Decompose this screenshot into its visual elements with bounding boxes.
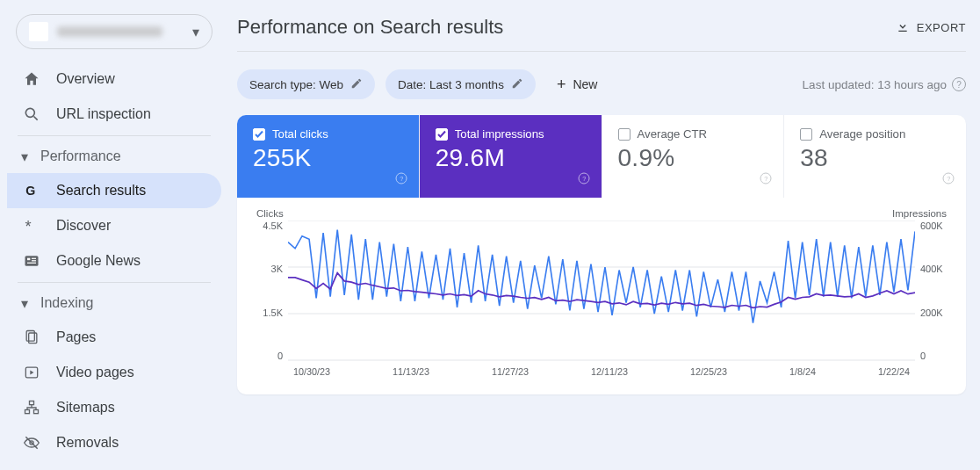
pencil-icon (350, 77, 363, 92)
section-performance[interactable]: ▾ Performance (7, 140, 221, 173)
svg-text:?: ? (765, 175, 768, 183)
y-axis-left: 4.5K 3K 1.5K 0 (253, 221, 288, 377)
add-filter-button[interactable]: + New (546, 69, 609, 99)
info-icon[interactable]: ? (759, 171, 773, 189)
metric-clicks-value: 255K (253, 144, 403, 172)
filter-date-label: Date: Last 3 months (398, 78, 504, 91)
chevron-down-icon: ▾ (16, 295, 33, 312)
svg-rect-9 (26, 331, 34, 342)
svg-rect-14 (34, 410, 39, 414)
export-button[interactable]: EXPORT (896, 19, 966, 36)
info-icon[interactable]: ? (394, 171, 408, 189)
add-filter-label: New (573, 77, 597, 91)
magnifier-icon (23, 105, 40, 123)
metric-card-ctr[interactable]: Average CTR 0.9% ? (602, 115, 785, 198)
info-icon[interactable]: ? (941, 171, 955, 189)
download-icon (896, 19, 910, 36)
asterisk-icon: * (23, 217, 40, 235)
section-performance-label: Performance (40, 148, 121, 164)
nav-sitemaps-label: Sitemaps (56, 400, 115, 416)
plus-icon: + (557, 76, 566, 94)
chart-right-axis-title: Impressions (892, 208, 947, 219)
ytick: 0 (253, 351, 283, 361)
property-favicon (29, 22, 48, 41)
chart-left-axis-title: Clicks (256, 208, 284, 219)
svg-rect-5 (27, 258, 30, 261)
video-icon (23, 364, 40, 381)
svg-rect-8 (27, 263, 36, 264)
svg-text:G: G (25, 184, 35, 198)
xtick: 1/8/24 (789, 366, 816, 377)
ytick: 200K (920, 307, 950, 318)
nav-discover[interactable]: * Discover (7, 208, 221, 243)
svg-point-0 (25, 108, 34, 117)
xtick: 12/11/23 (591, 366, 628, 377)
section-indexing[interactable]: ▾ Indexing (7, 286, 221, 320)
nav-sitemaps[interactable]: Sitemaps (7, 390, 221, 425)
nav-removals-label: Removals (56, 435, 119, 451)
news-icon (23, 252, 40, 270)
ytick: 4.5K (253, 221, 283, 231)
nav-google-news[interactable]: Google News (7, 243, 221, 278)
ytick: 0 (920, 351, 950, 361)
nav-url-inspection[interactable]: URL inspection (7, 97, 221, 132)
chevron-down-icon: ▾ (192, 24, 199, 40)
last-updated-text: Last updated: 13 hours ago (803, 78, 947, 91)
xtick: 11/27/23 (492, 366, 529, 377)
xtick: 10/30/23 (293, 366, 330, 377)
checkbox-checked-icon (253, 128, 265, 141)
svg-text:?: ? (582, 175, 586, 183)
sitemap-icon (23, 399, 40, 416)
svg-rect-10 (29, 333, 37, 343)
pencil-icon (511, 77, 523, 92)
property-selector[interactable]: ▾ (16, 14, 213, 49)
filter-search-type-label: Search type: Web (249, 78, 343, 91)
nav-overview[interactable]: Overview (7, 61, 221, 97)
ytick: 1.5K (253, 307, 283, 318)
nav-removals[interactable]: Removals (7, 425, 221, 460)
xtick: 11/13/23 (393, 366, 429, 377)
metric-impressions-value: 29.6M (436, 144, 586, 172)
info-icon[interactable]: ? (952, 77, 966, 91)
nav-pages-label: Pages (56, 329, 96, 345)
nav-pages[interactable]: Pages (7, 320, 221, 355)
nav-search-results[interactable]: G Search results (7, 173, 221, 208)
y-axis-right: 600K 400K 200K 0 (915, 221, 950, 377)
info-icon[interactable]: ? (577, 171, 591, 189)
last-updated: Last updated: 13 hours ago ? (803, 77, 966, 91)
metric-card-position[interactable]: Average position 38 ? (784, 115, 966, 198)
checkbox-unchecked-icon (618, 128, 631, 141)
xtick: 1/22/24 (878, 366, 910, 377)
visibility-off-icon (23, 434, 40, 452)
chevron-down-icon: ▾ (16, 148, 33, 165)
section-indexing-label: Indexing (40, 295, 94, 311)
filter-chip-date[interactable]: Date: Last 3 months (386, 69, 536, 99)
svg-text:*: * (25, 217, 32, 235)
metric-ctr-label: Average CTR (638, 127, 708, 141)
nav-url-inspection-label: URL inspection (56, 106, 151, 122)
chart-svg (288, 221, 915, 361)
nav-google-news-label: Google News (56, 253, 141, 269)
filter-chip-search-type[interactable]: Search type: Web (237, 69, 375, 99)
export-label: EXPORT (917, 21, 966, 34)
nav-search-results-label: Search results (56, 183, 146, 199)
google-g-icon: G (23, 182, 40, 199)
svg-rect-13 (25, 410, 30, 414)
checkbox-unchecked-icon (800, 128, 812, 141)
metric-position-value: 38 (800, 144, 950, 172)
metric-card-clicks[interactable]: Total clicks 255K ? (237, 115, 420, 198)
nav-discover-label: Discover (56, 218, 111, 234)
metric-clicks-label: Total clicks (272, 127, 328, 141)
performance-chart[interactable]: 4.5K 3K 1.5K 0 (253, 221, 950, 377)
svg-text:?: ? (400, 175, 403, 183)
svg-rect-6 (32, 258, 36, 259)
page-title: Performance on Search results (237, 16, 503, 39)
svg-rect-12 (30, 401, 34, 405)
nav-video-pages[interactable]: Video pages (7, 355, 221, 390)
property-name-redacted (57, 26, 162, 37)
pages-icon (23, 329, 40, 346)
metric-card-impressions[interactable]: Total impressions 29.6M ? (420, 115, 602, 198)
ytick: 3K (253, 264, 283, 274)
metric-impressions-label: Total impressions (455, 127, 544, 141)
home-icon (23, 70, 40, 88)
